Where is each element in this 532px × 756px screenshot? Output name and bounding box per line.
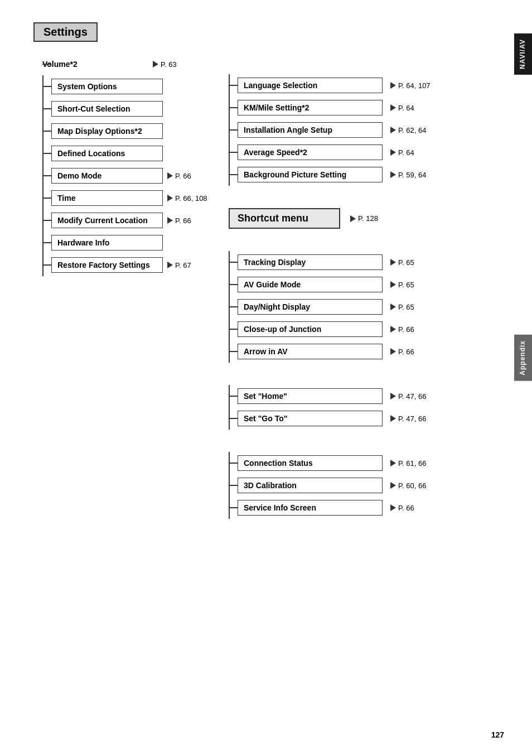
day-night-display-arrow-icon xyxy=(390,304,396,310)
volume-arrow-icon xyxy=(153,61,158,68)
set-go-to-box[interactable]: Set "Go To" xyxy=(238,411,383,426)
3d-calibration-ref: P. 60, 66 xyxy=(390,481,426,490)
km-mile-arrow-icon xyxy=(390,104,396,111)
page-container: NAVI/AV Appendix Settings Volume*2 P. 63 xyxy=(0,0,532,756)
service-info-screen-ref: P. 66 xyxy=(390,504,414,512)
av-guide-mode-row: AV Guide Mode P. 65 xyxy=(230,273,499,296)
av-guide-mode-arrow-icon xyxy=(390,281,396,288)
connection-status-row: Connection Status P. 61, 66 xyxy=(230,452,499,474)
tracking-display-box[interactable]: Tracking Display xyxy=(238,254,383,270)
day-night-display-ref: P. 65 xyxy=(390,303,414,311)
arrow-in-av-row: Arrow in AV P. 66 xyxy=(230,340,499,363)
close-up-junction-ref: P. 66 xyxy=(390,325,414,334)
background-picture-arrow-icon xyxy=(390,171,396,178)
average-speed-ref: P. 64 xyxy=(390,148,414,157)
language-selection-box[interactable]: Language Selection xyxy=(238,78,383,93)
set-home-box[interactable]: Set "Home" xyxy=(238,388,383,404)
modify-location-row: Modify Current Location P. 66 xyxy=(43,209,212,232)
installation-angle-ref: P. 62, 64 xyxy=(390,126,426,134)
installation-angle-box[interactable]: Installation Angle Setup xyxy=(238,122,383,138)
average-speed-arrow-icon xyxy=(390,149,396,156)
av-guide-mode-box[interactable]: AV Guide Mode xyxy=(238,277,383,292)
language-selection-arrow-icon xyxy=(390,82,396,89)
modify-location-box[interactable]: Modify Current Location xyxy=(51,213,163,228)
system-options-row: System Options xyxy=(43,75,212,98)
av-guide-mode-ref: P. 65 xyxy=(390,281,414,289)
side-tab-navi: NAVI/AV xyxy=(514,33,532,75)
side-tab-appendix: Appendix xyxy=(514,335,532,381)
system-options-box[interactable]: System Options xyxy=(51,79,163,94)
connection-status-arrow-icon xyxy=(390,460,396,466)
set-home-row: Set "Home" P. 47, 66 xyxy=(230,385,499,407)
hardware-info-bracket: Connection Status P. 61, 66 3D Calibrati… xyxy=(229,452,499,519)
time-row: Time P. 66, 108 xyxy=(43,187,212,209)
modify-location-arrow-icon xyxy=(167,217,173,224)
shortcut-menu-box[interactable]: Shortcut menu xyxy=(229,208,340,229)
service-info-screen-row: Service Info Screen P. 66 xyxy=(230,497,499,519)
km-mile-row: KM/Mile Setting*2 P. 64 xyxy=(230,97,499,119)
volume-row: Volume*2 P. 63 xyxy=(42,53,212,75)
hardware-info-section: Connection Status P. 61, 66 3D Calibrati… xyxy=(229,452,499,519)
short-cut-selection-row: Short-Cut Selection xyxy=(43,98,212,120)
set-go-to-ref: P. 47, 66 xyxy=(390,415,426,423)
tracking-display-arrow-icon xyxy=(390,259,396,266)
defined-locations-section: Set "Home" P. 47, 66 Set "Go To" xyxy=(229,385,499,430)
service-info-screen-arrow-icon xyxy=(390,504,396,511)
close-up-junction-row: Close-up of Junction P. 66 xyxy=(230,318,499,340)
restore-factory-arrow-icon xyxy=(167,262,173,268)
map-display-section: Tracking Display P. 65 AV Guide Mode xyxy=(229,251,499,363)
map-display-options-box[interactable]: Map Display Options*2 xyxy=(51,123,163,139)
tracking-display-row: Tracking Display P. 65 xyxy=(230,251,499,273)
arrow-in-av-ref: P. 66 xyxy=(390,348,414,356)
hardware-info-box[interactable]: Hardware Info xyxy=(51,235,163,251)
short-cut-selection-box[interactable]: Short-Cut Selection xyxy=(51,101,163,117)
map-display-options-row: Map Display Options*2 xyxy=(43,120,212,142)
set-go-to-arrow-icon xyxy=(390,415,396,422)
day-night-display-box[interactable]: Day/Night Display xyxy=(238,299,383,315)
service-info-screen-box[interactable]: Service Info Screen xyxy=(238,500,383,516)
volume-ref: P. 63 xyxy=(153,60,177,69)
shortcut-menu-section: Shortcut menu P. 128 xyxy=(229,208,499,229)
language-selection-ref: P. 64, 107 xyxy=(390,81,431,90)
arrow-in-av-arrow-icon xyxy=(390,348,396,355)
time-ref: P. 66, 108 xyxy=(167,194,207,203)
3d-calibration-box[interactable]: 3D Calibration xyxy=(238,478,383,493)
arrow-in-av-box[interactable]: Arrow in AV xyxy=(238,344,383,359)
km-mile-box[interactable]: KM/Mile Setting*2 xyxy=(238,100,383,115)
left-bracket-group: System Options Short-Cut Selection Map D… xyxy=(42,75,212,276)
km-mile-ref: P. 64 xyxy=(390,104,414,112)
system-options-bracket: Language Selection P. 64, 107 KM/Mile Se… xyxy=(229,74,499,186)
time-box[interactable]: Time xyxy=(51,190,163,206)
left-panel: Volume*2 P. 63 System Options xyxy=(33,53,212,276)
modify-location-ref: P. 66 xyxy=(167,216,191,225)
close-up-junction-box[interactable]: Close-up of Junction xyxy=(238,321,383,337)
restore-factory-row: Restore Factory Settings P. 67 xyxy=(43,254,212,276)
restore-factory-ref: P. 67 xyxy=(167,261,191,269)
defined-locations-row: Defined Locations xyxy=(43,142,212,165)
demo-mode-box[interactable]: Demo Mode xyxy=(51,168,163,184)
3d-calibration-arrow-icon xyxy=(390,482,396,489)
background-picture-box[interactable]: Background Picture Setting xyxy=(238,167,383,182)
set-home-ref: P. 47, 66 xyxy=(390,392,426,401)
right-panel: Language Selection P. 64, 107 KM/Mile Se… xyxy=(212,53,499,519)
demo-mode-arrow-icon xyxy=(167,172,173,179)
background-picture-row: Background Picture Setting P. 59, 64 xyxy=(230,163,499,186)
connection-status-box[interactable]: Connection Status xyxy=(238,455,383,471)
system-options-section: Language Selection P. 64, 107 KM/Mile Se… xyxy=(229,74,499,186)
defined-locations-box[interactable]: Defined Locations xyxy=(51,146,163,161)
installation-angle-arrow-icon xyxy=(390,127,396,133)
tracking-display-ref: P. 65 xyxy=(390,258,414,267)
time-arrow-icon xyxy=(167,195,173,201)
main-layout: Volume*2 P. 63 System Options xyxy=(33,53,499,519)
page-number: 127 xyxy=(491,730,504,739)
shortcut-menu-arrow-icon xyxy=(350,215,356,222)
volume-label: Volume*2 xyxy=(42,60,148,69)
language-selection-row: Language Selection P. 64, 107 xyxy=(230,74,499,97)
average-speed-box[interactable]: Average Speed*2 xyxy=(238,145,383,160)
set-go-to-row: Set "Go To" P. 47, 66 xyxy=(230,407,499,430)
shortcut-menu-ref: P. 128 xyxy=(350,214,378,223)
day-night-display-row: Day/Night Display P. 65 xyxy=(230,296,499,318)
background-picture-ref: P. 59, 64 xyxy=(390,171,426,179)
3d-calibration-row: 3D Calibration P. 60, 66 xyxy=(230,474,499,497)
restore-factory-box[interactable]: Restore Factory Settings xyxy=(51,257,163,273)
